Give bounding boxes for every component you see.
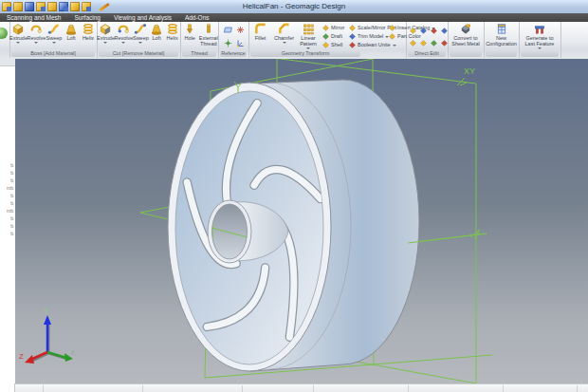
cut-loft-button[interactable]: Loft [149, 23, 165, 44]
scale-mirror-part-icon [349, 25, 356, 31]
generate-icon [533, 23, 546, 35]
window-title: HelicalFan - Geomagic Design [0, 2, 588, 10]
reference-axis-button[interactable] [234, 24, 246, 36]
boss-helix-button[interactable]: Helix [80, 23, 97, 44]
group-label: Boss [Add Material] [11, 49, 95, 57]
draft-button[interactable]: Draft [322, 32, 344, 40]
clipped-tool-icon[interactable] [0, 28, 8, 39]
feature-tree-panel[interactable]: b b b mb b b mb b b b [0, 59, 16, 392]
group-label: Cut [Remove Material] [99, 49, 178, 57]
axis-icon [236, 26, 245, 34]
direct-edit-icon-7 [431, 39, 437, 47]
group-label: Reference [220, 49, 247, 57]
linear-pattern-button[interactable]: Linear Pattern [297, 23, 321, 49]
revolve-cut-icon [117, 23, 130, 35]
extrude-cut-icon [99, 23, 112, 35]
direct-edit-icon-4 [441, 27, 448, 35]
reference-csys-button[interactable] [234, 37, 246, 49]
tree-item[interactable]: b [10, 216, 13, 221]
tree-item[interactable]: mb [7, 209, 13, 214]
status-bar [0, 383, 588, 392]
title-bar: HelicalFan - Geomagic Design [0, 0, 588, 14]
direct-edit-icon-6 [420, 39, 427, 47]
tab-viewing-and-analysis[interactable]: Viewing and Analysis [107, 13, 178, 22]
dropdown-caret-icon[interactable] [121, 42, 125, 44]
tree-item[interactable]: b [10, 224, 13, 229]
dropdown-caret-icon[interactable] [16, 42, 20, 44]
y-axis-label: Y [44, 307, 49, 315]
direct-edit-icon-8 [441, 39, 448, 47]
external-thread-button[interactable]: External Thread [199, 23, 217, 47]
impeller-model[interactable] [168, 80, 419, 371]
boss-sweep-button[interactable]: Sweep [46, 23, 63, 44]
part-color-icon [389, 33, 395, 40]
dropdown-caret-icon[interactable] [138, 42, 142, 44]
tab-add-ons[interactable]: Add-Ons [178, 13, 216, 22]
direct-edit-icon-1 [410, 27, 416, 35]
reference-point-button[interactable] [222, 37, 233, 49]
group-geometry-transform: Fillet Chamfer Linear Pattern Mirror Dra… [248, 22, 407, 58]
direct-edit-button-2[interactable] [418, 25, 428, 36]
convert-to-sheet-metal-button[interactable]: Convert to Sheet Metal [449, 23, 483, 47]
group-label: Thread [182, 49, 216, 57]
cut-revolve-button[interactable]: Revolve [115, 23, 133, 44]
revolve-icon [29, 23, 43, 35]
cut-sweep-button[interactable]: Sweep [133, 23, 149, 44]
chamfer-button[interactable]: Chamfer [272, 23, 296, 49]
direct-edit-icon-3 [431, 27, 437, 35]
direct-edit-icon-5 [410, 39, 416, 47]
dropdown-caret-icon[interactable] [103, 42, 107, 44]
direct-edit-icon-2 [420, 27, 427, 35]
chamfer-icon [278, 23, 291, 35]
tree-item[interactable]: b [10, 163, 13, 168]
group-direct-edit: Direct Edit [406, 22, 449, 58]
boss-revolve-button[interactable]: Revolve [28, 23, 46, 44]
viewport-3d[interactable]: XY Y Z X [15, 59, 588, 383]
draft-icon [322, 33, 329, 40]
shell-icon [322, 42, 329, 48]
fillet-button[interactable]: Fillet [249, 23, 272, 49]
mirror-button[interactable]: Mirror [322, 24, 344, 31]
dropdown-caret-icon[interactable] [393, 45, 396, 47]
menu-bar: Scanning and Mesh Surfacing Viewing and … [0, 13, 588, 22]
tab-scanning-and-mesh[interactable]: Scanning and Mesh [0, 13, 67, 22]
helix-icon [82, 23, 95, 35]
trim-model-icon [349, 33, 356, 40]
sheet-metal-icon [459, 23, 472, 35]
shell-button[interactable]: Shell [322, 41, 344, 48]
new-configuration-button[interactable]: New Configuration [485, 23, 519, 47]
loft-cut-icon [150, 23, 163, 35]
tree-item[interactable]: b [10, 232, 13, 236]
cut-extrude-button[interactable]: Extrude [97, 23, 115, 44]
reference-plane-button[interactable] [222, 24, 233, 36]
boss-loft-button[interactable]: Loft [63, 23, 80, 44]
hole-icon [183, 23, 196, 35]
dropdown-caret-icon[interactable] [283, 42, 286, 44]
fillet-icon [254, 23, 267, 35]
tree-item[interactable]: b [10, 178, 13, 183]
xy-plane-label[interactable]: XY [464, 66, 475, 76]
direct-edit-button-6[interactable] [418, 37, 428, 48]
dropdown-caret-icon[interactable] [34, 42, 38, 44]
dropdown-caret-icon[interactable] [52, 42, 56, 44]
tab-surfacing[interactable]: Surfacing [67, 13, 106, 22]
direct-edit-button-1[interactable] [408, 25, 417, 36]
group-label [486, 49, 517, 57]
tree-panel-header [0, 59, 15, 66]
tree-item[interactable]: mb [7, 186, 13, 191]
tree-item[interactable]: b [10, 201, 13, 206]
cut-helix-button[interactable]: Helix [164, 23, 180, 44]
tree-item[interactable]: b [10, 194, 13, 198]
plane-icon [224, 26, 232, 34]
direct-edit-button-7[interactable] [429, 37, 438, 48]
direct-edit-button-3[interactable] [429, 25, 438, 36]
hole-button[interactable]: Hole [181, 23, 199, 47]
direct-edit-button-5[interactable] [408, 37, 417, 48]
generate-to-last-feature-button[interactable]: Generate to Last Feature [520, 23, 560, 49]
z-axis-arrowhead-icon [25, 355, 34, 364]
group-cut-remove-material: Extrude Revolve Sweep Loft Helix Cut [Re… [97, 22, 181, 58]
boss-extrude-button[interactable]: Extrude [9, 23, 28, 44]
helix-cut-icon [166, 23, 179, 35]
boolean-unite-button[interactable]: Boolean Unite [349, 41, 396, 48]
tree-item[interactable]: b [10, 171, 13, 176]
